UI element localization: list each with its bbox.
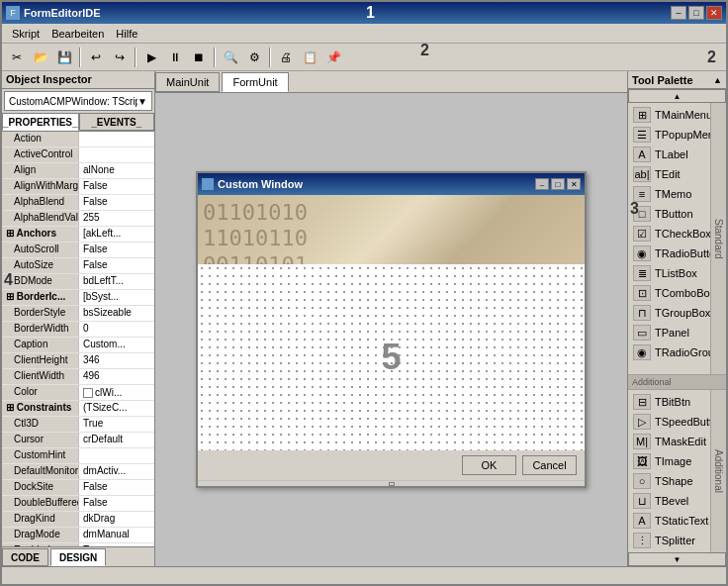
tab-code[interactable]: CODE <box>2 548 48 566</box>
property-row[interactable]: ClientHeight346 <box>2 353 154 369</box>
property-value: clWi... <box>79 385 154 400</box>
property-row[interactable]: CursorcrDefault <box>2 433 154 448</box>
palette-item-tgroupbox[interactable]: ⊓TGroupBox <box>630 303 706 323</box>
ok-button[interactable]: OK <box>462 455 516 475</box>
palette-item-icon: ◉ <box>633 344 651 360</box>
toolbar-btn-open[interactable]: 📂 <box>30 47 51 68</box>
palette-item-tpopupmenu[interactable]: ☰TPopupMenu <box>630 125 706 145</box>
toolbar-btn-stop[interactable]: ⏹ <box>188 47 210 68</box>
palette-item-label: TShape <box>655 475 693 487</box>
maximize-button[interactable]: □ <box>688 6 704 20</box>
palette-item-label: TButton <box>655 208 693 220</box>
canvas-number-label: 5 <box>381 337 401 378</box>
close-button[interactable]: ✕ <box>706 6 722 20</box>
property-row[interactable]: DefaultMonitordmActiv... <box>2 464 154 480</box>
property-row[interactable]: BorderWidth0 <box>2 322 154 338</box>
property-row[interactable]: DragKinddkDrag <box>2 512 154 528</box>
palette-item-icon: ⋮ <box>633 533 651 548</box>
property-value: 496 <box>79 369 154 384</box>
palette-collapse-icon[interactable]: ▲ <box>713 75 722 85</box>
palette-item-label: TStaticText <box>655 515 708 527</box>
property-row[interactable]: BorderStylebsSizeable <box>2 306 154 322</box>
tab-properties[interactable]: _PROPERTIES_ <box>2 113 79 131</box>
property-value: [bSyst... <box>79 290 154 305</box>
property-row[interactable]: AlphaBlendValue255 <box>2 211 154 227</box>
property-value: bdLeftT... <box>79 274 154 289</box>
palette-item-tcheckbox[interactable]: ☑TCheckBox <box>630 224 706 244</box>
toolbar-btn-run[interactable]: ▶ <box>140 47 162 68</box>
dot-canvas[interactable]: 5 <box>198 264 585 450</box>
custom-window-title-label: Custom Window <box>218 178 303 190</box>
toolbar-btn-undo[interactable]: ↩ <box>85 47 107 68</box>
toolbar-btn-pause[interactable]: ⏸ <box>164 47 186 68</box>
palette-item-tmemo[interactable]: ≡TMemo <box>630 184 706 204</box>
palette-item-tlabel[interactable]: ATLabel <box>630 145 706 164</box>
toolbar-btn-paste[interactable]: 📌 <box>322 47 344 68</box>
toolbar-btn-new[interactable]: ✂ <box>6 47 28 68</box>
palette-item-tedit[interactable]: ab|TEdit <box>630 164 706 184</box>
property-row[interactable]: ⊞ BorderIc...[bSyst... <box>2 290 154 306</box>
property-row[interactable]: AutoScrollFalse <box>2 243 154 258</box>
palette-item-timage[interactable]: 🖼TImage <box>630 451 706 471</box>
menu-bearbeiten[interactable]: Bearbeiten <box>46 26 110 42</box>
cw-close[interactable]: ✕ <box>567 178 581 190</box>
palette-item-tlistbox[interactable]: ≣TListBox <box>630 263 706 283</box>
palette-item-tmainmenu[interactable]: ⊞TMainMenu <box>630 105 706 125</box>
property-row[interactable]: CustomHint <box>2 448 154 464</box>
palette-item-tcombobox[interactable]: ⊡TComboBox <box>630 283 706 303</box>
property-value: False <box>79 179 154 194</box>
palette-item-tspeedbutton[interactable]: ▷TSpeedButton <box>630 412 706 432</box>
palette-item-tsplitter[interactable]: ⋮TSplitter <box>630 531 706 550</box>
property-row[interactable]: DockSiteFalse <box>2 480 154 496</box>
property-row[interactable]: Ctl3DTrue <box>2 417 154 433</box>
property-row[interactable]: AlignWithMarginsFalse <box>2 179 154 195</box>
palette-item-tshape[interactable]: ○TShape <box>630 471 706 491</box>
property-name: Caption <box>2 338 79 352</box>
palette-item-tbutton[interactable]: □TButton <box>630 204 706 224</box>
tab-design[interactable]: DESIGN <box>50 548 106 566</box>
menu-hilfe[interactable]: Hilfe <box>110 26 143 42</box>
property-row[interactable]: AlignalNone <box>2 163 154 179</box>
property-row[interactable]: AlphaBlendFalse <box>2 195 154 211</box>
tab-events[interactable]: _EVENTS_ <box>79 113 154 131</box>
toolbar-btn-save[interactable]: 💾 <box>53 47 75 68</box>
palette-item-tradiobutton[interactable]: ◉TRadioButton <box>630 244 706 263</box>
toolbar-btn-search[interactable]: 🔍 <box>220 47 241 68</box>
property-row[interactable]: ClientWidth496 <box>2 369 154 385</box>
property-row[interactable]: BDModebdLeftT... <box>2 274 154 290</box>
cw-minimize[interactable]: – <box>535 178 549 190</box>
palette-item-tradiogroup[interactable]: ◉TRadioGroup <box>630 342 706 362</box>
property-row[interactable]: ActiveControl <box>2 147 154 163</box>
palette-scroll-up[interactable]: ▲ <box>628 89 726 103</box>
toolbar-btn-redo[interactable]: ↪ <box>109 47 131 68</box>
resize-handle[interactable] <box>198 480 585 486</box>
toolbar-btn-copy[interactable]: 📋 <box>299 47 320 68</box>
minimize-button[interactable]: – <box>671 6 686 20</box>
palette-item-tbevel[interactable]: ⊔TBevel <box>630 491 706 511</box>
toolbar-btn-settings[interactable]: ⚙ <box>243 47 265 68</box>
palette-item-tmaskedit[interactable]: M|TMaskEdit <box>630 432 706 451</box>
property-row[interactable]: Action <box>2 132 154 147</box>
property-row[interactable]: DragModedmManual <box>2 528 154 543</box>
palette-scroll-down[interactable]: ▼ <box>628 552 726 566</box>
property-row[interactable]: AutoSizeFalse <box>2 258 154 274</box>
property-row[interactable]: ⊞ Anchors[akLeft... <box>2 227 154 243</box>
palette-item-tstatictext[interactable]: ATStaticText <box>630 511 706 531</box>
property-row[interactable]: ColorclWi... <box>2 385 154 401</box>
inspector-dropdown[interactable]: CustomACMPWindow: TScriptF... ▼ <box>4 91 152 111</box>
cw-maximize[interactable]: □ <box>551 178 565 190</box>
palette-item-tbitbtn[interactable]: ⊟TBitBtn <box>630 392 706 412</box>
property-row[interactable]: DoubleBufferedFalse <box>2 496 154 512</box>
property-name: Cursor <box>2 433 79 447</box>
property-value <box>79 147 154 162</box>
palette-standard-section: Standard ⊞TMainMenu☰TPopupMenuATLabelab|… <box>628 103 726 374</box>
cancel-button[interactable]: Cancel <box>522 455 577 475</box>
tab-formunit[interactable]: FormUnit <box>222 72 288 92</box>
palette-item-tpanel[interactable]: ▭TPanel <box>630 323 706 342</box>
property-row[interactable]: CaptionCustom... <box>2 338 154 353</box>
toolbar-btn-print[interactable]: 🖨 <box>275 47 297 68</box>
property-row[interactable]: ⊞ Constraints(TSizeC... <box>2 401 154 417</box>
menu-skript[interactable]: Skript <box>6 26 46 42</box>
tab-mainunit[interactable]: MainUnit <box>155 72 220 92</box>
property-name: ClientWidth <box>2 369 79 384</box>
